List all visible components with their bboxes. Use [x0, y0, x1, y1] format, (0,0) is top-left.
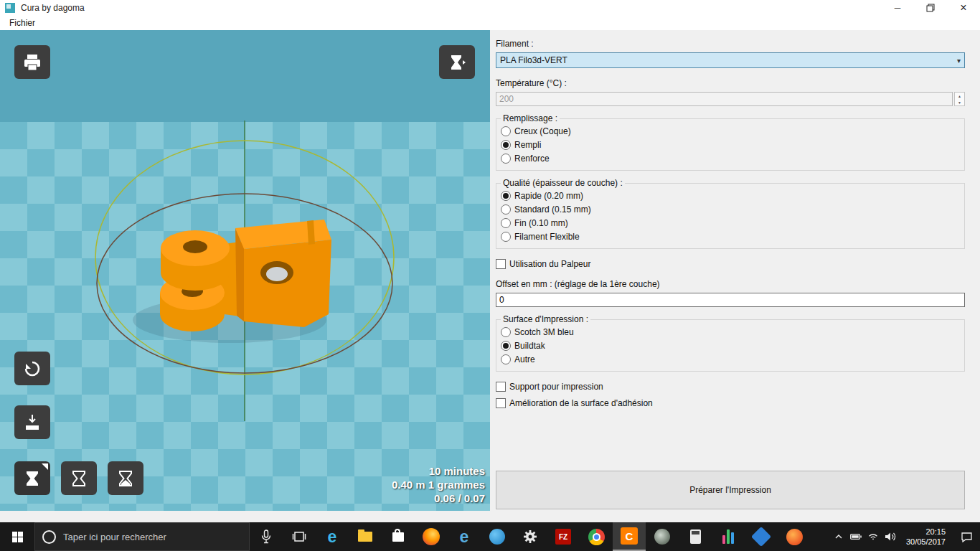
search-placeholder: Taper ici pour rechercher [63, 532, 166, 542]
store-icon [392, 532, 404, 542]
browser-app-icon [786, 529, 803, 545]
view-mode-button[interactable] [439, 45, 475, 79]
taskbar-messaging-app[interactable] [481, 522, 514, 551]
radio-icon[interactable] [501, 140, 511, 150]
wifi-icon [867, 532, 879, 541]
tray-expand[interactable] [830, 534, 847, 540]
tray-network[interactable] [864, 532, 882, 541]
taskbar-search[interactable]: Taper ici pour rechercher [34, 522, 250, 551]
radio-option-fin[interactable]: Fin (0.10 mm) [501, 216, 960, 230]
window-controls: ─ × [881, 0, 980, 16]
radio-option-standard[interactable]: Standard (0.15 mm) [501, 202, 960, 216]
radio-option-autre[interactable]: Autre [501, 352, 960, 366]
radio-option-rapide[interactable]: Rapide (0.20 mm) [501, 189, 960, 202]
file-explorer-icon [358, 532, 372, 542]
chevron-down-icon: ▾ [957, 57, 961, 65]
offset-input[interactable] [496, 293, 965, 307]
taskbar-cura-active[interactable]: C [613, 522, 646, 551]
taskbar-edge[interactable]: e [316, 522, 349, 551]
print-mode-button-2[interactable] [61, 461, 97, 495]
radio-icon[interactable] [501, 191, 511, 201]
tray-volume[interactable] [882, 532, 899, 542]
print-mode-button-1[interactable] [14, 461, 50, 495]
lay-flat-button[interactable] [14, 405, 50, 439]
radio-icon[interactable] [501, 126, 511, 136]
radio-icon[interactable] [501, 154, 511, 164]
radio-icon[interactable] [501, 341, 511, 351]
minimize-icon: ─ [895, 3, 901, 13]
taskbar-app-blue[interactable] [745, 522, 778, 551]
tray-clock[interactable]: 20:15 30/05/2017 [899, 527, 953, 547]
prepare-print-button[interactable]: Préparer l'Impression [496, 471, 965, 509]
spinner-up-icon[interactable]: ▲ [955, 93, 964, 99]
surface-group: Surface d'Impression : Scotch 3M bleu Bu… [496, 314, 965, 372]
palpeur-checkbox-row[interactable]: Utilisation du Palpeur [496, 259, 965, 269]
print-stats: 10 minutes 0.40 m 1 grammes 0.06 / 0.07 [392, 464, 485, 505]
chrome-icon [588, 529, 605, 545]
taskbar-firefox[interactable] [415, 522, 448, 551]
support-checkbox[interactable] [496, 382, 506, 392]
taskbar-mic[interactable] [250, 522, 283, 551]
rotate-button[interactable] [14, 352, 50, 385]
tray-battery[interactable] [847, 533, 864, 540]
adhesion-checkbox[interactable] [496, 398, 506, 408]
menu-fichier[interactable]: Fichier [6, 17, 39, 29]
firefox-icon [423, 528, 440, 545]
mode-1-icon [23, 469, 42, 488]
taskbar-audio-app[interactable] [712, 522, 745, 551]
print-mode-button-3[interactable] [108, 461, 143, 495]
radio-icon[interactable] [501, 232, 511, 242]
support-label: Support pour impression [509, 382, 603, 392]
adhesion-checkbox-row[interactable]: Amélioration de la surface d'adhésion [496, 398, 965, 408]
maximize-button[interactable] [914, 0, 947, 16]
radio-option-flexible[interactable]: Filament Flexible [501, 230, 960, 243]
taskbar-chrome[interactable] [580, 522, 613, 551]
taskbar-file-explorer[interactable] [349, 522, 382, 551]
print-material: 0.40 m 1 grammes [392, 478, 485, 491]
palpeur-checkbox[interactable] [496, 259, 506, 269]
taskbar-store[interactable] [382, 522, 415, 551]
viewport-3d[interactable]: 10 minutes 0.40 m 1 grammes 0.06 / 0.07 [0, 30, 490, 511]
radio-icon[interactable] [501, 354, 511, 364]
close-button[interactable]: × [947, 0, 980, 16]
radio-option-scotch[interactable]: Scotch 3M bleu [501, 325, 960, 339]
taskbar-filezilla[interactable]: FZ [547, 522, 580, 551]
action-center-button[interactable] [953, 532, 980, 542]
app-icon-gray [654, 529, 670, 545]
taskbar-settings[interactable] [514, 522, 547, 551]
qualite-legend: Qualité (épaisseur de couche) : [501, 178, 625, 188]
radio-option-renforce[interactable]: Renforce [501, 151, 960, 165]
start-button[interactable] [0, 522, 34, 551]
radio-label: Scotch 3M bleu [514, 327, 574, 337]
taskbar-task-view[interactable] [283, 522, 316, 551]
filament-select[interactable]: PLA Filo3d-VERT ▾ [496, 52, 965, 68]
taskbar-browser-2[interactable] [778, 522, 811, 551]
taskbar-app-gray[interactable] [646, 522, 679, 551]
support-checkbox-row[interactable]: Support pour impression [496, 382, 965, 392]
radio-icon[interactable] [501, 204, 511, 215]
system-tray: 20:15 30/05/2017 [830, 522, 980, 551]
load-model-button[interactable] [14, 45, 50, 79]
taskbar-internet-explorer[interactable]: e [448, 522, 481, 551]
menubar: Fichier [0, 16, 980, 31]
taskbar-calculator[interactable] [679, 522, 712, 551]
filament-selected-value: PLA Filo3d-VERT [500, 55, 567, 65]
print-time: 10 minutes [392, 464, 485, 478]
radio-label: Rapide (0.20 mm) [514, 191, 583, 201]
radio-label: Filament Flexible [514, 232, 580, 242]
temperature-input[interactable] [496, 92, 953, 106]
window-title: Cura by dagoma [21, 3, 85, 13]
settings-panel: Filament : PLA Filo3d-VERT ▾ Température… [490, 30, 980, 522]
radio-option-creux[interactable]: Creux (Coque) [501, 124, 960, 138]
radio-icon[interactable] [501, 218, 511, 228]
radio-icon[interactable] [501, 327, 511, 337]
palpeur-label: Utilisation du Palpeur [509, 259, 590, 269]
spinner-down-icon[interactable]: ▼ [955, 99, 964, 105]
close-icon: × [960, 1, 966, 14]
temperature-spinner[interactable]: ▲ ▼ [954, 92, 965, 106]
scene-3d [0, 30, 490, 511]
minimize-button[interactable]: ─ [881, 0, 914, 16]
radio-option-rempli[interactable]: Rempli [501, 138, 960, 151]
radio-option-buildtak[interactable]: Buildtak [501, 339, 960, 352]
print-cost: 0.06 / 0.07 [392, 491, 485, 505]
